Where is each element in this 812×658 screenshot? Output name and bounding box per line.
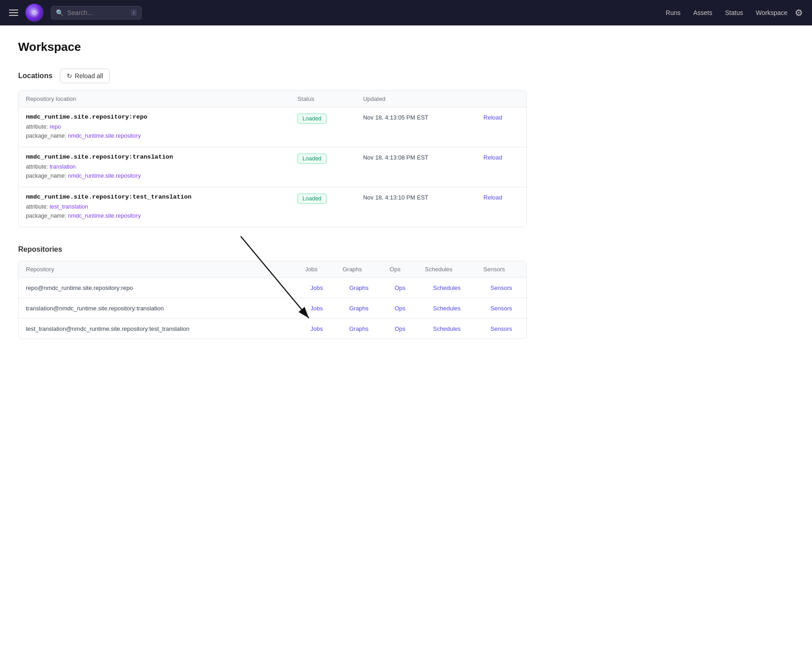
repositories-section-header: Repositories [18,245,527,254]
repo-cell-graphs: Graphs [335,278,382,298]
repo-cell-sensors: Sensors [476,278,526,298]
updated-text: Nov 18, 4:13:05 PM EST [363,114,428,121]
nav-status[interactable]: Status [725,9,743,16]
col-header-updated: Updated [356,91,476,107]
col-header-repo-location: Repository location [19,91,290,107]
repo-col-header-schedules: Schedules [418,261,476,278]
schedules-link[interactable]: Schedules [433,284,461,291]
location-name: nmdc_runtime.site.repository:repo [26,114,283,120]
repo-cell-name: repo@nmdc_runtime.site.repository:repo [19,278,298,298]
reload-button[interactable]: Reload [484,154,502,161]
app-logo [25,4,44,22]
search-shortcut-key: / [131,10,137,16]
page-content: Workspace Locations ↻ Reload all Reposit… [0,25,545,372]
ops-link[interactable]: Ops [395,284,406,291]
repository-row: translation@nmdc_runtime.site.repository… [19,298,526,319]
location-cell-action: Reload [476,107,526,147]
repo-col-header-graphs: Graphs [335,261,382,278]
nav-assets[interactable]: Assets [693,9,713,16]
schedules-link[interactable]: Schedules [433,305,461,312]
repo-col-header-name: Repository [19,261,298,278]
location-cell-status: Loaded [290,147,356,187]
location-cell-name: nmdc_runtime.site.repository:repo attrib… [19,107,290,147]
location-row: nmdc_runtime.site.repository:repo attrib… [19,107,526,147]
ops-link[interactable]: Ops [395,305,406,312]
repo-name: repo@nmdc_runtime.site.repository:repo [26,284,133,291]
settings-icon[interactable]: ⚙ [795,7,803,18]
repo-cell-schedules: Schedules [418,278,476,298]
jobs-link[interactable]: Jobs [310,305,322,312]
repo-cell-jobs: Jobs [298,319,336,339]
status-badge: Loaded [297,114,327,124]
location-cell-action: Reload [476,147,526,187]
status-badge: Loaded [297,194,327,204]
location-cell-name: nmdc_runtime.site.repository:translation… [19,147,290,187]
repo-cell-sensors: Sensors [476,319,526,339]
ops-link[interactable]: Ops [395,325,406,332]
nav-workspace[interactable]: Workspace [756,9,787,16]
sensors-link[interactable]: Sensors [490,284,512,291]
location-cell-action: Reload [476,187,526,227]
repo-cell-jobs: Jobs [298,278,336,298]
repo-cell-schedules: Schedules [418,298,476,319]
locations-section-header: Locations ↻ Reload all [18,69,527,83]
updated-text: Nov 18, 4:13:08 PM EST [363,154,428,161]
top-nav-links: Runs Assets Status Workspace [666,9,787,16]
top-navigation: 🔍 / Runs Assets Status Workspace ⚙ [0,0,812,25]
locations-table-container: Repository location Status Updated nmdc_… [18,90,527,227]
repo-cell-jobs: Jobs [298,298,336,319]
status-badge: Loaded [297,154,327,164]
location-row: nmdc_runtime.site.repository:translation… [19,147,526,187]
location-cell-updated: Nov 18, 4:13:10 PM EST [356,187,476,227]
repo-cell-ops: Ops [382,319,418,339]
graphs-link[interactable]: Graphs [349,284,369,291]
location-row: nmdc_runtime.site.repository:test_transl… [19,187,526,227]
reload-button[interactable]: Reload [484,114,502,121]
updated-text: Nov 18, 4:13:10 PM EST [363,194,428,201]
nav-runs[interactable]: Runs [666,9,681,16]
repo-cell-ops: Ops [382,278,418,298]
schedules-link[interactable]: Schedules [433,325,461,332]
location-cell-status: Loaded [290,107,356,147]
search-input[interactable] [67,9,127,16]
col-header-status: Status [290,91,356,107]
location-meta: attribute: translation package_name: nmd… [26,162,283,180]
sensors-link[interactable]: Sensors [490,305,512,312]
repo-cell-sensors: Sensors [476,298,526,319]
repo-cell-name: test_translation@nmdc_runtime.site.repos… [19,319,298,339]
location-name: nmdc_runtime.site.repository:test_transl… [26,194,283,200]
reload-icon: ↻ [67,72,72,80]
location-cell-updated: Nov 18, 4:13:05 PM EST [356,107,476,147]
reload-button[interactable]: Reload [484,194,502,201]
reload-all-button[interactable]: ↻ Reload all [60,69,110,83]
repo-col-header-ops: Ops [382,261,418,278]
repo-col-header-sensors: Sensors [476,261,526,278]
repo-cell-ops: Ops [382,298,418,319]
location-meta: attribute: test_translation package_name… [26,202,283,220]
repository-row: test_translation@nmdc_runtime.site.repos… [19,319,526,339]
location-cell-name: nmdc_runtime.site.repository:test_transl… [19,187,290,227]
search-icon: 🔍 [56,9,64,16]
page-title: Workspace [18,40,527,54]
search-bar[interactable]: 🔍 / [51,6,142,20]
reload-all-label: Reload all [75,72,103,80]
repo-col-header-jobs: Jobs [298,261,336,278]
hamburger-menu[interactable] [9,10,18,16]
location-cell-status: Loaded [290,187,356,227]
repo-name: test_translation@nmdc_runtime.site.repos… [26,325,189,332]
col-header-action [476,91,526,107]
location-meta: attribute: repo package_name: nmdc_runti… [26,122,283,140]
graphs-link[interactable]: Graphs [349,305,369,312]
repo-cell-graphs: Graphs [335,298,382,319]
jobs-link[interactable]: Jobs [310,284,322,291]
location-name: nmdc_runtime.site.repository:translation [26,154,283,160]
repo-cell-graphs: Graphs [335,319,382,339]
repositories-title: Repositories [18,245,62,254]
jobs-link[interactable]: Jobs [310,325,322,332]
location-cell-updated: Nov 18, 4:13:08 PM EST [356,147,476,187]
repositories-table-container: Repository Jobs Graphs Ops Schedules Sen… [18,261,527,339]
repo-cell-schedules: Schedules [418,319,476,339]
graphs-link[interactable]: Graphs [349,325,369,332]
repo-cell-name: translation@nmdc_runtime.site.repository… [19,298,298,319]
sensors-link[interactable]: Sensors [490,325,512,332]
